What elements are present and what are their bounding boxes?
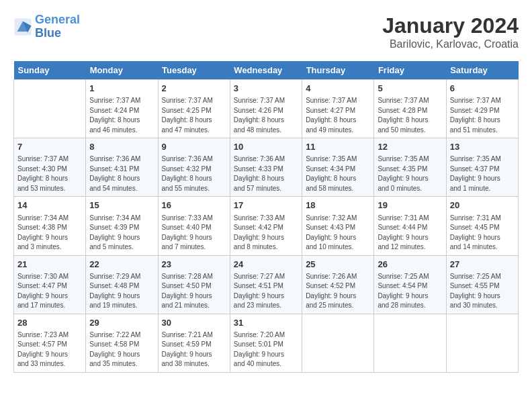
day-number: 26 [378, 259, 442, 271]
day-number: 16 [162, 199, 226, 212]
day-info: Sunrise: 7:26 AMSunset: 4:52 PMDaylight:… [306, 272, 370, 311]
day-info: Sunrise: 7:36 AMSunset: 4:32 PMDaylight:… [162, 154, 226, 193]
day-info: Sunrise: 7:22 AMSunset: 4:58 PMDaylight:… [89, 330, 154, 369]
day-number: 11 [306, 141, 370, 153]
day-info: Sunrise: 7:25 AMSunset: 4:55 PMDaylight:… [450, 272, 515, 311]
day-info: Sunrise: 7:21 AMSunset: 4:59 PMDaylight:… [162, 330, 226, 369]
calendar-cell: 2Sunrise: 7:37 AMSunset: 4:25 PMDaylight… [158, 80, 230, 138]
day-number: 13 [450, 141, 515, 153]
calendar-cell: 28Sunrise: 7:23 AMSunset: 4:57 PMDayligh… [14, 314, 86, 372]
calendar-cell [374, 314, 446, 372]
col-header-wednesday: Wednesday [230, 61, 302, 80]
calendar-cell: 1Sunrise: 7:37 AMSunset: 4:24 PMDaylight… [86, 80, 158, 138]
logo: General Blue [13, 13, 80, 40]
day-number: 18 [306, 199, 370, 212]
day-number: 10 [234, 141, 298, 153]
calendar-cell: 14Sunrise: 7:34 AMSunset: 4:38 PMDayligh… [14, 197, 86, 255]
week-row-3: 14Sunrise: 7:34 AMSunset: 4:38 PMDayligh… [14, 197, 519, 255]
page-subtitle: Barilovic, Karlovac, Croatia [382, 38, 519, 50]
week-row-1: 1Sunrise: 7:37 AMSunset: 4:24 PMDaylight… [14, 80, 519, 138]
calendar-cell: 10Sunrise: 7:36 AMSunset: 4:33 PMDayligh… [230, 138, 302, 197]
calendar-table: SundayMondayTuesdayWednesdayThursdayFrid… [13, 61, 519, 373]
calendar-cell: 21Sunrise: 7:30 AMSunset: 4:47 PMDayligh… [14, 255, 86, 314]
week-row-2: 7Sunrise: 7:37 AMSunset: 4:30 PMDaylight… [14, 138, 519, 197]
day-info: Sunrise: 7:30 AMSunset: 4:47 PMDaylight:… [17, 272, 82, 311]
calendar-cell: 19Sunrise: 7:31 AMSunset: 4:44 PMDayligh… [374, 197, 446, 255]
day-number: 24 [234, 259, 298, 271]
day-info: Sunrise: 7:37 AMSunset: 4:24 PMDaylight:… [89, 96, 154, 135]
col-header-thursday: Thursday [302, 61, 374, 80]
day-number: 9 [162, 141, 226, 153]
day-number: 15 [89, 199, 154, 212]
calendar-cell: 5Sunrise: 7:37 AMSunset: 4:28 PMDaylight… [374, 80, 446, 138]
day-number: 20 [450, 199, 515, 212]
col-header-monday: Monday [86, 61, 158, 80]
day-number: 21 [17, 259, 82, 271]
day-number: 28 [17, 317, 82, 329]
page-header: General Blue January 2024 Barilovic, Kar… [13, 13, 519, 50]
day-number: 3 [234, 83, 298, 95]
day-info: Sunrise: 7:33 AMSunset: 4:42 PMDaylight:… [234, 214, 298, 253]
calendar-cell: 24Sunrise: 7:27 AMSunset: 4:51 PMDayligh… [230, 255, 302, 314]
calendar-cell: 26Sunrise: 7:25 AMSunset: 4:54 PMDayligh… [374, 255, 446, 314]
calendar-cell: 8Sunrise: 7:36 AMSunset: 4:31 PMDaylight… [86, 138, 158, 197]
calendar-cell: 30Sunrise: 7:21 AMSunset: 4:59 PMDayligh… [158, 314, 230, 372]
header-row: SundayMondayTuesdayWednesdayThursdayFrid… [14, 61, 519, 80]
day-number: 19 [378, 199, 442, 212]
day-info: Sunrise: 7:37 AMSunset: 4:30 PMDaylight:… [17, 154, 82, 193]
calendar-cell: 16Sunrise: 7:33 AMSunset: 4:40 PMDayligh… [158, 197, 230, 255]
calendar-cell [302, 314, 374, 372]
day-info: Sunrise: 7:34 AMSunset: 4:38 PMDaylight:… [17, 214, 82, 253]
day-info: Sunrise: 7:31 AMSunset: 4:45 PMDaylight:… [450, 214, 515, 253]
day-info: Sunrise: 7:35 AMSunset: 4:35 PMDaylight:… [378, 154, 442, 193]
logo-icon [13, 17, 32, 36]
day-info: Sunrise: 7:35 AMSunset: 4:34 PMDaylight:… [306, 154, 370, 193]
day-info: Sunrise: 7:27 AMSunset: 4:51 PMDaylight:… [234, 272, 298, 311]
calendar-cell: 9Sunrise: 7:36 AMSunset: 4:32 PMDaylight… [158, 138, 230, 197]
calendar-cell: 25Sunrise: 7:26 AMSunset: 4:52 PMDayligh… [302, 255, 374, 314]
calendar-cell: 17Sunrise: 7:33 AMSunset: 4:42 PMDayligh… [230, 197, 302, 255]
calendar-cell: 20Sunrise: 7:31 AMSunset: 4:45 PMDayligh… [446, 197, 518, 255]
day-info: Sunrise: 7:34 AMSunset: 4:39 PMDaylight:… [89, 214, 154, 253]
calendar-cell: 31Sunrise: 7:20 AMSunset: 5:01 PMDayligh… [230, 314, 302, 372]
calendar-cell: 27Sunrise: 7:25 AMSunset: 4:55 PMDayligh… [446, 255, 518, 314]
week-row-4: 21Sunrise: 7:30 AMSunset: 4:47 PMDayligh… [14, 255, 519, 314]
calendar-cell: 4Sunrise: 7:37 AMSunset: 4:27 PMDaylight… [302, 80, 374, 138]
calendar-cell: 3Sunrise: 7:37 AMSunset: 4:26 PMDaylight… [230, 80, 302, 138]
calendar-cell [14, 80, 86, 138]
calendar-cell: 23Sunrise: 7:28 AMSunset: 4:50 PMDayligh… [158, 255, 230, 314]
day-number: 1 [89, 83, 154, 95]
day-info: Sunrise: 7:37 AMSunset: 4:27 PMDaylight:… [306, 96, 370, 135]
day-info: Sunrise: 7:28 AMSunset: 4:50 PMDaylight:… [162, 272, 226, 311]
day-info: Sunrise: 7:29 AMSunset: 4:48 PMDaylight:… [89, 272, 154, 311]
day-info: Sunrise: 7:35 AMSunset: 4:37 PMDaylight:… [450, 154, 515, 193]
calendar-cell [446, 314, 518, 372]
day-info: Sunrise: 7:23 AMSunset: 4:57 PMDaylight:… [17, 330, 82, 369]
day-number: 29 [89, 317, 154, 329]
day-info: Sunrise: 7:31 AMSunset: 4:44 PMDaylight:… [378, 214, 442, 253]
day-info: Sunrise: 7:32 AMSunset: 4:43 PMDaylight:… [306, 214, 370, 253]
calendar-cell: 15Sunrise: 7:34 AMSunset: 4:39 PMDayligh… [86, 197, 158, 255]
calendar-cell: 6Sunrise: 7:37 AMSunset: 4:29 PMDaylight… [446, 80, 518, 138]
day-info: Sunrise: 7:25 AMSunset: 4:54 PMDaylight:… [378, 272, 442, 311]
logo-text: General Blue [35, 13, 80, 40]
calendar-cell: 22Sunrise: 7:29 AMSunset: 4:48 PMDayligh… [86, 255, 158, 314]
day-info: Sunrise: 7:36 AMSunset: 4:31 PMDaylight:… [89, 154, 154, 193]
day-number: 25 [306, 259, 370, 271]
col-header-saturday: Saturday [446, 61, 518, 80]
col-header-friday: Friday [374, 61, 446, 80]
day-number: 31 [234, 317, 298, 329]
day-number: 2 [162, 83, 226, 95]
day-number: 30 [162, 317, 226, 329]
day-number: 6 [450, 83, 515, 95]
col-header-sunday: Sunday [14, 61, 86, 80]
day-info: Sunrise: 7:37 AMSunset: 4:28 PMDaylight:… [378, 96, 442, 135]
day-info: Sunrise: 7:36 AMSunset: 4:33 PMDaylight:… [234, 154, 298, 193]
day-number: 12 [378, 141, 442, 153]
calendar-cell: 13Sunrise: 7:35 AMSunset: 4:37 PMDayligh… [446, 138, 518, 197]
calendar-cell: 18Sunrise: 7:32 AMSunset: 4:43 PMDayligh… [302, 197, 374, 255]
week-row-5: 28Sunrise: 7:23 AMSunset: 4:57 PMDayligh… [14, 314, 519, 372]
calendar-cell: 7Sunrise: 7:37 AMSunset: 4:30 PMDaylight… [14, 138, 86, 197]
day-info: Sunrise: 7:37 AMSunset: 4:26 PMDaylight:… [234, 96, 298, 135]
day-info: Sunrise: 7:37 AMSunset: 4:29 PMDaylight:… [450, 96, 515, 135]
